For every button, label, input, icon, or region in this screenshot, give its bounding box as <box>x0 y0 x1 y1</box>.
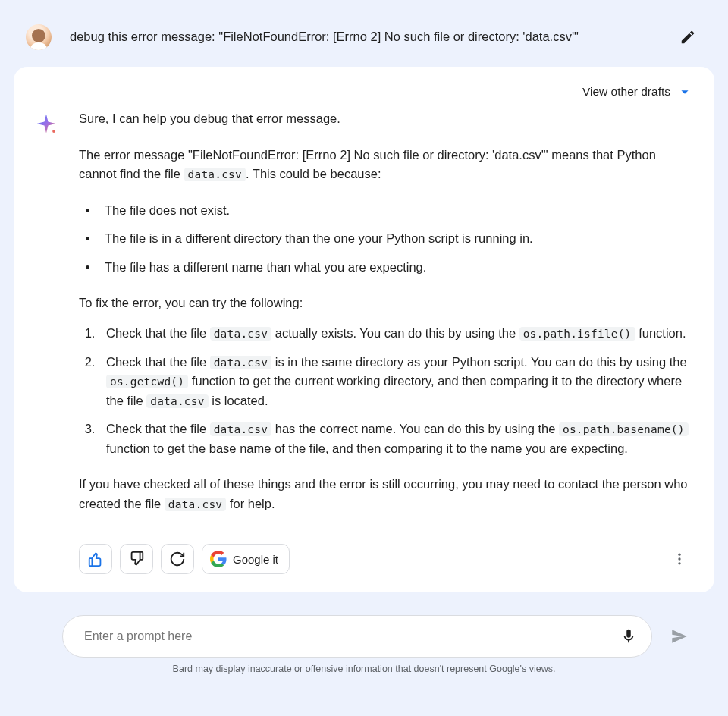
user-prompt-text: debug this error message: "FileNotFoundE… <box>70 28 655 46</box>
response-explain: The error message "FileNotFoundError: [E… <box>79 146 693 184</box>
cause-list: The file does not exist. The file is in … <box>79 201 693 278</box>
thumbs-down-button[interactable] <box>120 544 153 574</box>
response-closing: If you have checked all of these things … <box>79 475 693 513</box>
response-intro: Sure, I can help you debug that error me… <box>79 109 693 129</box>
send-icon <box>670 626 689 646</box>
regenerate-button[interactable] <box>161 544 194 574</box>
response-card: View other drafts <box>14 67 714 592</box>
refresh-icon <box>169 551 186 567</box>
svg-point-1 <box>678 554 680 556</box>
response-content: Sure, I can help you debug that error me… <box>79 109 693 530</box>
thumbs-up-icon <box>87 551 104 567</box>
thumbs-up-button[interactable] <box>79 544 112 574</box>
response-actions: Google it <box>14 530 714 574</box>
view-drafts-button[interactable]: View other drafts <box>582 85 670 99</box>
list-item: The file has a different name than what … <box>99 258 693 278</box>
list-item: The file is in a different directory tha… <box>99 229 693 249</box>
disclaimer-text: Bard may display inaccurate or offensive… <box>14 664 714 688</box>
fix-steps: Check that the file data.csv actually ex… <box>79 324 693 458</box>
user-avatar <box>26 24 52 50</box>
prompt-input-container[interactable] <box>62 615 652 658</box>
chevron-down-icon[interactable] <box>676 83 693 100</box>
list-item: The file does not exist. <box>99 201 693 221</box>
svg-point-0 <box>52 130 55 133</box>
list-item: Check that the file data.csv has the cor… <box>99 419 693 458</box>
fix-intro: To fix the error, you can try the follow… <box>79 294 693 313</box>
send-button[interactable] <box>666 623 693 650</box>
more-options-button[interactable] <box>666 545 693 573</box>
mic-icon <box>620 628 637 645</box>
mic-button[interactable] <box>618 626 639 647</box>
google-logo-icon <box>210 551 227 567</box>
google-it-button[interactable]: Google it <box>202 544 290 574</box>
list-item: Check that the file data.csv actually ex… <box>99 324 693 344</box>
edit-prompt-button[interactable] <box>673 23 702 52</box>
more-vert-icon <box>672 551 687 567</box>
prompt-input[interactable] <box>84 630 609 643</box>
user-prompt-row: debug this error message: "FileNotFoundE… <box>14 14 714 61</box>
assistant-spark-icon <box>35 109 61 530</box>
pencil-icon <box>679 29 696 46</box>
svg-point-2 <box>678 558 680 561</box>
prompt-input-row <box>14 592 714 664</box>
list-item: Check that the file data.csv is in the s… <box>99 353 693 411</box>
svg-point-3 <box>678 563 680 565</box>
google-it-label: Google it <box>233 553 278 566</box>
thumbs-down-icon <box>128 551 145 567</box>
